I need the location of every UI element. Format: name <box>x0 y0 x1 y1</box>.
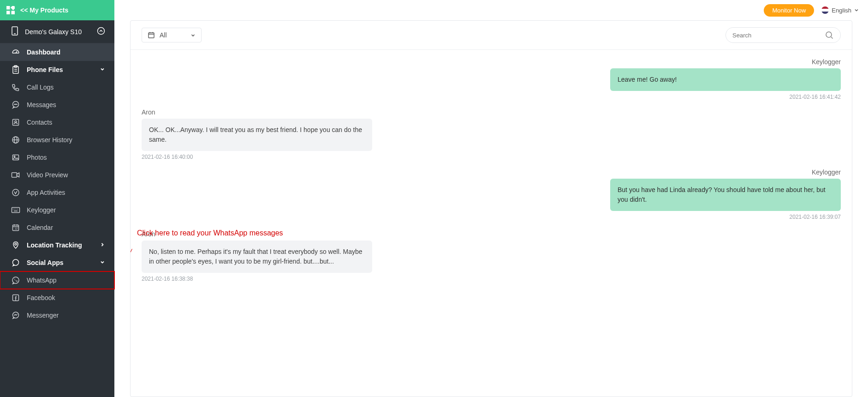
sidebar-item-calendar[interactable]: 12 Calendar <box>0 219 114 236</box>
sidebar-item-video-preview[interactable]: Video Preview <box>0 166 114 184</box>
svg-rect-24 <box>12 173 17 177</box>
svg-point-14 <box>14 104 15 104</box>
sidebar-item-label: Keylogger <box>27 206 56 214</box>
clipboard-icon <box>11 65 20 74</box>
sidebar-item-label: Messages <box>27 101 56 108</box>
svg-point-40 <box>12 277 19 283</box>
svg-point-38 <box>15 243 17 245</box>
sidebar-item-label: Browser History <box>27 136 72 144</box>
message-group: Keylogger But you have had Linda already… <box>142 168 841 220</box>
phone-icon <box>11 26 18 37</box>
content-header: All <box>131 21 852 50</box>
device-name: Demo's Galaxy S10 <box>25 28 82 36</box>
messenger-icon <box>11 311 20 319</box>
topbar: Monitor Now English <box>114 0 868 20</box>
sidebar-item-label: Phone Files <box>27 66 63 73</box>
content-panel: All Keylogger Leave me! Go away! 2021-02… <box>130 20 852 397</box>
message-timestamp: 2021-02-16 16:40:00 <box>142 154 841 160</box>
language-selector[interactable]: English <box>821 6 859 14</box>
sidebar-item-label: Contacts <box>27 119 52 126</box>
sidebar-item-label: WhatsApp <box>27 277 57 284</box>
chevron-down-icon <box>100 259 105 266</box>
sender-name: Aron <box>142 230 841 238</box>
sidebar-item-contacts[interactable]: Contacts <box>0 114 114 131</box>
svg-rect-27 <box>12 208 20 213</box>
sidebar-item-label: App Activities <box>27 189 65 196</box>
svg-point-6 <box>98 28 105 35</box>
message-bubble: OK... OK...Anyway. I will treat you as m… <box>142 119 372 151</box>
calendar-icon <box>148 31 155 39</box>
sidebar-item-label: Messenger <box>27 312 59 319</box>
sender-name: Aron <box>142 108 841 116</box>
sidebar-item-label: Location Tracking <box>27 241 82 249</box>
facebook-icon <box>11 294 20 302</box>
message-group: Keylogger Leave me! Go away! 2021-02-16 … <box>142 58 841 100</box>
sidebar-top[interactable]: << My Products <box>0 0 114 20</box>
sidebar-item-app-activities[interactable]: App Activities <box>0 184 114 201</box>
svg-point-23 <box>14 156 15 157</box>
sidebar-item-label: Dashboard <box>27 48 60 56</box>
svg-rect-43 <box>149 33 154 38</box>
sidebar-item-facebook[interactable]: Facebook <box>0 289 114 307</box>
call-icon <box>11 83 20 91</box>
location-icon <box>11 241 20 249</box>
message-icon <box>11 101 20 109</box>
annotation-line <box>131 249 132 270</box>
keyboard-icon <box>11 207 20 213</box>
chevron-right-icon <box>100 241 105 249</box>
logo-icon <box>6 6 15 14</box>
sender-name: Keylogger <box>142 58 841 66</box>
contacts-icon <box>11 118 20 126</box>
flag-icon <box>821 6 829 14</box>
chevron-down-icon <box>854 8 859 12</box>
svg-point-16 <box>17 104 17 104</box>
sidebar-item-messages[interactable]: Messages <box>0 96 114 114</box>
sidebar-item-label: Call Logs <box>27 84 54 91</box>
svg-rect-22 <box>13 155 19 160</box>
filter-label: All <box>160 31 167 39</box>
sidebar-item-label: Social Apps <box>27 259 64 266</box>
svg-point-47 <box>826 32 832 37</box>
sidebar-item-browser-history[interactable]: Browser History <box>0 131 114 149</box>
message-timestamp: 2021-02-16 16:38:38 <box>142 276 841 282</box>
sidebar-item-photos[interactable]: Photos <box>0 149 114 166</box>
sidebar-item-keylogger[interactable]: Keylogger <box>0 201 114 219</box>
svg-point-18 <box>15 121 17 123</box>
calendar-icon: 12 <box>11 223 20 232</box>
sidebar-item-label: Photos <box>27 154 47 161</box>
message-group: Aron OK... OK...Anyway. I will treat you… <box>142 108 841 160</box>
device-selector[interactable]: Demo's Galaxy S10 <box>0 20 114 43</box>
collapse-icon <box>97 27 105 36</box>
monitor-now-button[interactable]: Monitor Now <box>764 4 814 17</box>
image-icon <box>11 153 20 162</box>
svg-rect-2 <box>6 11 10 14</box>
globe-icon <box>11 136 20 144</box>
video-icon <box>11 171 20 179</box>
message-bubble: No, listen to me. Perhaps it's my fault … <box>142 241 372 273</box>
sidebar-item-label: Video Preview <box>27 171 68 179</box>
sidebar-item-phone-files[interactable]: Phone Files <box>0 61 114 78</box>
whatsapp-icon <box>11 276 20 284</box>
sidebar-item-label: Facebook <box>27 294 55 301</box>
sidebar-item-messenger[interactable]: Messenger <box>0 307 114 324</box>
message-timestamp: 2021-02-16 16:41:42 <box>142 94 841 100</box>
message-bubble: But you have had Linda already? You shou… <box>610 179 841 211</box>
svg-text:12: 12 <box>15 227 18 230</box>
message-timestamp: 2021-02-16 16:39:07 <box>142 214 841 220</box>
sidebar-item-whatsapp[interactable]: WhatsApp <box>0 271 114 289</box>
my-products-link[interactable]: << My Products <box>20 6 68 14</box>
sidebar-item-social-apps[interactable]: Social Apps <box>0 254 114 271</box>
sender-name: Keylogger <box>142 168 841 176</box>
search-icon <box>825 30 834 40</box>
sidebar-item-call-logs[interactable]: Call Logs <box>0 78 114 96</box>
sidebar-item-dashboard[interactable]: Dashboard <box>0 43 114 61</box>
chevron-down-icon <box>190 33 196 38</box>
svg-rect-1 <box>11 6 15 10</box>
chat-messages: Keylogger Leave me! Go away! 2021-02-16 … <box>131 50 852 397</box>
search-input[interactable] <box>732 32 825 39</box>
date-filter[interactable]: All <box>142 28 202 42</box>
sidebar-item-location-tracking[interactable]: Location Tracking <box>0 236 114 254</box>
search-box[interactable] <box>725 27 841 43</box>
svg-point-15 <box>15 104 16 104</box>
svg-point-26 <box>12 189 19 196</box>
